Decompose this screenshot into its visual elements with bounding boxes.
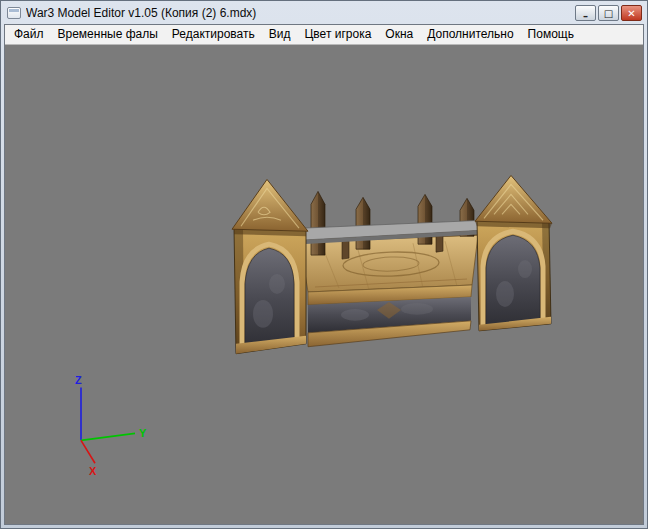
menu-bar: Файл Временные фалы Редактировать Вид Цв… xyxy=(5,25,643,45)
axis-gizmo: Z Y X xyxy=(75,374,147,478)
maximize-button[interactable]: □ xyxy=(598,5,619,21)
menu-item-file[interactable]: Файл xyxy=(7,25,51,44)
x-axis-label: X xyxy=(89,465,97,477)
x-axis-line xyxy=(81,440,95,463)
menu-item-temp-files[interactable]: Временные фалы xyxy=(51,25,165,44)
close-icon: ✕ xyxy=(627,8,635,19)
window-controls: – □ ✕ xyxy=(575,5,642,21)
menu-item-player-color[interactable]: Цвет игрока xyxy=(297,25,378,44)
y-axis-line xyxy=(81,433,135,440)
titlebar[interactable]: War3 Model Editor v1.05 (Копия (2) 6.mdx… xyxy=(4,3,644,24)
minimize-button[interactable]: – xyxy=(575,5,596,21)
viewport-canvas: Z Y X xyxy=(5,45,643,524)
maximize-icon: □ xyxy=(604,8,613,19)
window-title: War3 Model Editor v1.05 (Копия (2) 6.mdx… xyxy=(26,6,570,20)
viewport-3d[interactable]: Z Y X xyxy=(5,45,643,524)
menu-item-windows[interactable]: Окна xyxy=(378,25,420,44)
menu-item-view[interactable]: Вид xyxy=(262,25,298,44)
z-axis-label: Z xyxy=(75,374,82,386)
app-window: War3 Model Editor v1.05 (Копия (2) 6.mdx… xyxy=(0,0,648,529)
minimize-icon: – xyxy=(583,11,588,22)
menu-item-extras[interactable]: Дополнительно xyxy=(420,25,520,44)
app-icon xyxy=(7,7,21,19)
client-area: Файл Временные фалы Редактировать Вид Цв… xyxy=(4,24,644,525)
y-axis-label: Y xyxy=(139,427,147,439)
model-3d-render xyxy=(232,175,552,353)
menu-item-help[interactable]: Помощь xyxy=(521,25,581,44)
menu-item-edit[interactable]: Редактировать xyxy=(165,25,262,44)
close-button[interactable]: ✕ xyxy=(621,5,642,21)
